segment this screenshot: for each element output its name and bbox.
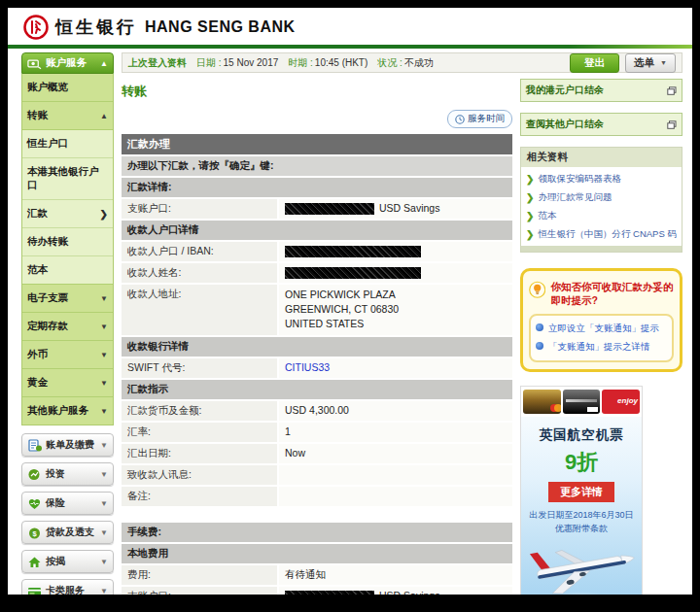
- sidebar-item-按揭[interactable]: 按揭▼: [21, 550, 114, 573]
- insurance-icon: [27, 497, 42, 510]
- page-title: 转账: [122, 83, 512, 100]
- service-hours-label: 服务时间: [468, 113, 505, 125]
- field-value-text: USD 4,300.00: [285, 404, 349, 416]
- invest-icon: [27, 468, 42, 481]
- chevron-down-icon: ▼: [100, 441, 108, 450]
- platinum-card-image: [563, 390, 601, 414]
- sidebar-item-投资[interactable]: 投资▼: [21, 462, 114, 486]
- last-login-title: 上次登入资料: [128, 56, 187, 70]
- tip-title: 你知否你可收取汇款办妥的即时提示?: [550, 278, 674, 307]
- login-date-value: 15 Nov 2017: [224, 57, 279, 68]
- sidebar-item-label: 黄金: [27, 376, 48, 390]
- sidebar-subitem-label: 本港其他银行户口: [27, 165, 108, 192]
- sidebar-item-label: 卡类服务: [46, 584, 85, 595]
- brand-name-chinese: 恒生银行: [55, 16, 137, 39]
- menu-dropdown-button[interactable]: 选单 ▼: [625, 53, 676, 73]
- ad-more-details-button[interactable]: 更多详情: [548, 482, 614, 502]
- british-airways-ad[interactable]: enjoy 英国航空机票 9折 更多详情 出发日期至2018年6月30日 优惠附…: [520, 386, 643, 595]
- redacted-account-number: [285, 591, 374, 595]
- arrow-right-icon: ❯: [526, 173, 534, 186]
- sidebar-item-label: 投资: [46, 467, 65, 481]
- table-row: 支账户口:USD Savings: [122, 199, 512, 219]
- tip-link[interactable]: 「支账通知」提示之详情: [536, 338, 667, 357]
- table-row: 收款人户口 / IBAN:: [122, 242, 512, 261]
- sidebar-item-黄金[interactable]: 黄金▼: [22, 368, 113, 396]
- sidebar-subitem-汇款[interactable]: 汇款❯: [22, 199, 113, 227]
- chevron-down-icon: ▼: [100, 294, 108, 303]
- sidebar-item-定期存款[interactable]: 定期存款▼: [22, 312, 113, 340]
- section-header: 收款人户口详情: [122, 221, 512, 240]
- sidebar-subitem-待办转账[interactable]: 待办转账: [22, 227, 113, 255]
- tip-link[interactable]: 立即设立「支账通知」提示: [536, 320, 667, 338]
- sidebar-header-label: 账户服务: [46, 56, 87, 70]
- sidebar-item-label: 账户概览: [27, 81, 68, 94]
- sidebar: 账户服务 ▲ 账户概览转账▲ 恒生户口本港其他银行户口汇款❯待办转账范本 电子支…: [21, 52, 114, 595]
- field-label: 收款人户口 / IBAN:: [122, 242, 277, 261]
- field-value: CITIUS33: [279, 358, 512, 378]
- related-link[interactable]: ❯恒生银行（中国）分行 CNAPS 码: [525, 225, 678, 244]
- ad-valid-date: 出发日期至2018年6月30日: [521, 509, 642, 523]
- enjoy-card-image: enjoy: [602, 390, 640, 414]
- sidebar-item-账户概览[interactable]: 账户概览: [22, 74, 113, 101]
- field-value-text: USD Savings: [379, 590, 439, 595]
- table-row: 汇款货币及金额:USD 4,300.00: [122, 401, 512, 421]
- bullet-icon: [536, 323, 543, 331]
- sidebar-item-卡类服务[interactable]: 卡类服务▼: [21, 579, 114, 595]
- arrow-right-icon: ❯: [526, 191, 534, 204]
- related-link[interactable]: ❯办理汇款常见问题: [525, 188, 678, 207]
- sidebar-subitem-label: 范本: [27, 263, 48, 277]
- hkd-balance-button[interactable]: 我的港元户口结余: [520, 79, 682, 102]
- related-link[interactable]: ❯领取保安编码器表格: [525, 170, 678, 188]
- sidebar-item-贷款及透支[interactable]: $贷款及透支▼: [21, 521, 114, 544]
- sidebar-subitem-本港其他银行户口[interactable]: 本港其他银行户口: [22, 157, 113, 199]
- tip-links: 立即设立「支账通知」提示「支账通知」提示之详情: [529, 314, 674, 362]
- sidebar-item-转账[interactable]: 转账▲: [22, 101, 113, 129]
- sidebar-item-account-services[interactable]: 账户服务 ▲: [21, 52, 114, 74]
- login-time-label: 时期 :: [288, 56, 313, 70]
- field-label: 费用:: [122, 565, 277, 585]
- sidebar-subitem-label: 恒生户口: [27, 137, 68, 151]
- logout-button[interactable]: 登出: [570, 53, 619, 73]
- field-value-text: USD Savings: [379, 202, 439, 214]
- login-time-value: 10:45 (HKT): [315, 57, 368, 68]
- sidebar-item-电子支票[interactable]: 电子支票▼: [22, 285, 113, 312]
- sidebar-subitem-范本[interactable]: 范本: [22, 255, 113, 284]
- account-services-icon: [27, 57, 42, 70]
- related-link[interactable]: ❯范本: [525, 207, 678, 225]
- service-hours-button[interactable]: 服务时间: [447, 110, 512, 128]
- sidebar-item-label: 按揭: [46, 555, 65, 568]
- brand-name-english: HANG SENG BANK: [145, 18, 296, 36]
- redacted-account-number: [285, 267, 421, 279]
- sidebar-item-保险[interactable]: 保险▼: [21, 492, 114, 515]
- table-row: 费用:有待通知: [122, 565, 512, 585]
- table-section-gap: [122, 508, 512, 521]
- table-row: 支账户口:USD Savings: [122, 587, 512, 595]
- menu-label: 选单: [634, 56, 654, 70]
- tip-box: 你知否你可收取汇款办妥的即时提示? 立即设立「支账通知」提示「支账通知」提示之详…: [520, 268, 682, 372]
- sidebar-item-账单及缴费[interactable]: 账单及缴费▼: [21, 433, 114, 457]
- popup-window-icon: [667, 86, 677, 95]
- field-label: 汇款货币及金额:: [122, 401, 277, 421]
- chevron-down-icon: ▼: [100, 528, 108, 537]
- sidebar-item-label: 定期存款: [27, 320, 68, 333]
- bill-icon: [27, 439, 42, 452]
- ad-body: 英国航空机票 9折 更多详情 出发日期至2018年6月30日 优惠附带条款: [521, 417, 642, 595]
- right-sidebar: 我的港元户口结余 查阅其他户口结余 相: [520, 79, 682, 595]
- chevron-down-icon: ▼: [100, 323, 108, 331]
- related-link-label: 恒生银行（中国）分行 CNAPS 码: [538, 228, 677, 241]
- field-value: USD 4,300.00: [279, 401, 512, 421]
- other-balance-button[interactable]: 查阅其他户口结余: [520, 113, 682, 136]
- field-value: 1: [279, 423, 512, 442]
- sidebar-item-外币[interactable]: 外币▼: [22, 340, 113, 368]
- chevron-down-icon: ▼: [100, 407, 108, 416]
- field-value: 有待通知: [279, 565, 512, 585]
- credit-cards-strip: enjoy: [521, 387, 642, 417]
- sidebar-item-其他账户服务[interactable]: 其他账户服务▼: [22, 396, 113, 425]
- sidebar-subitem-恒生户口[interactable]: 恒生户口: [22, 130, 113, 157]
- chevron-down-icon: ▼: [100, 379, 108, 388]
- swift-code-link[interactable]: CITIUS33: [285, 361, 330, 373]
- table-row: 备注:: [122, 487, 512, 506]
- related-info-panel: 相关资料 ❯领取保安编码器表格❯办理汇款常见问题❯范本❯恒生银行（中国）分行 C…: [520, 147, 682, 253]
- arrow-right-icon: ❯: [526, 210, 534, 222]
- field-value: Now: [279, 444, 512, 463]
